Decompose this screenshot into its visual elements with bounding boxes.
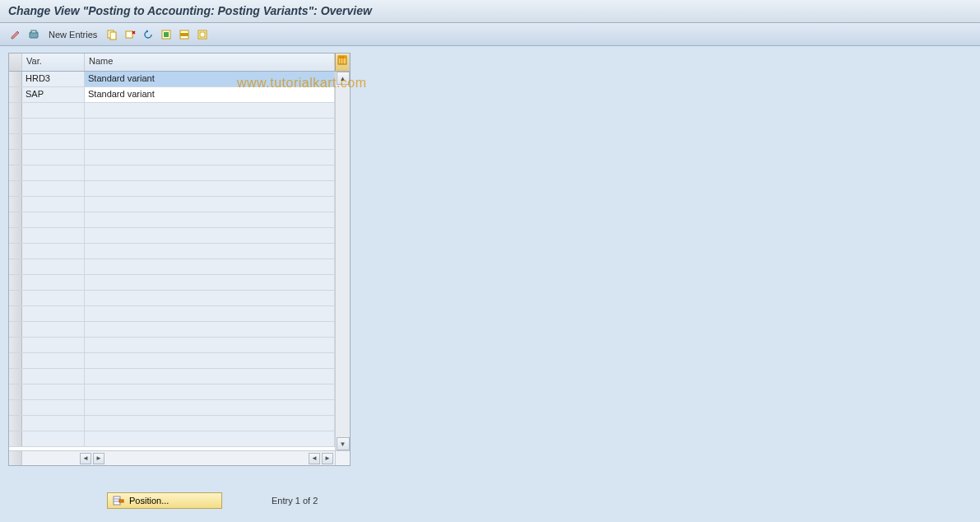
table-row[interactable]: SAPStandard variant xyxy=(9,87,335,103)
cell-var xyxy=(22,353,85,368)
row-selector[interactable] xyxy=(9,369,22,384)
cell-var xyxy=(22,369,85,384)
toolbar: New Entries xyxy=(0,23,980,46)
row-selector[interactable] xyxy=(9,150,22,165)
row-selector[interactable] xyxy=(9,181,22,196)
copy-as-icon[interactable] xyxy=(105,27,119,42)
cell-var[interactable]: SAP xyxy=(22,87,85,102)
table-row xyxy=(9,322,335,338)
position-button[interactable]: Position... xyxy=(107,492,222,509)
cell-name xyxy=(85,400,335,415)
cell-var xyxy=(22,197,85,212)
svg-rect-4 xyxy=(126,31,132,38)
cell-name xyxy=(85,228,335,243)
cell-var xyxy=(22,385,85,399)
row-selector[interactable] xyxy=(9,291,22,305)
cell-var xyxy=(22,322,85,337)
content-area: www.tutorialkart.com Var. Name HRD3Stand… xyxy=(0,46,980,522)
cell-name xyxy=(85,353,335,368)
table-row xyxy=(9,416,335,431)
delete-icon[interactable] xyxy=(123,27,137,42)
title-bar: Change View "Posting to Accounting: Post… xyxy=(0,0,980,23)
cell-var xyxy=(22,338,85,352)
table-row xyxy=(9,259,335,275)
table-row xyxy=(9,197,335,212)
row-selector[interactable] xyxy=(9,72,22,86)
other-entry-icon[interactable] xyxy=(26,27,41,42)
row-selector[interactable] xyxy=(9,244,22,259)
row-selector[interactable] xyxy=(9,228,22,243)
cell-var xyxy=(22,103,85,118)
svg-rect-3 xyxy=(110,32,116,40)
cell-name xyxy=(85,306,335,321)
table-config-icon[interactable] xyxy=(335,54,350,71)
cell-var xyxy=(22,150,85,165)
row-selector[interactable] xyxy=(9,275,22,290)
table-row xyxy=(9,103,335,119)
cell-name xyxy=(85,134,335,149)
row-selector[interactable] xyxy=(9,119,22,133)
scroll-left-end-icon[interactable]: ◄ xyxy=(309,453,320,464)
table-row xyxy=(9,244,335,259)
table-row xyxy=(9,369,335,385)
cell-name[interactable]: Standard variant xyxy=(85,72,335,86)
cell-var xyxy=(22,244,85,259)
new-entries-button[interactable]: New Entries xyxy=(44,27,101,42)
row-selector[interactable] xyxy=(9,212,22,227)
cell-name xyxy=(85,338,335,352)
cell-var[interactable]: HRD3 xyxy=(22,72,85,86)
header-name[interactable]: Name xyxy=(85,54,335,71)
deselect-all-icon[interactable] xyxy=(195,27,210,42)
row-selector[interactable] xyxy=(9,400,22,415)
select-block-icon[interactable] xyxy=(177,27,192,42)
scroll-down-icon[interactable]: ▼ xyxy=(337,437,350,450)
cell-name xyxy=(85,259,335,274)
row-selector[interactable] xyxy=(9,416,22,431)
table-row xyxy=(9,181,335,197)
table-row xyxy=(9,275,335,291)
vertical-scrollbar[interactable]: ▲ ▼ xyxy=(335,72,350,450)
row-selector[interactable] xyxy=(9,338,22,352)
cell-name xyxy=(85,431,335,446)
cell-var xyxy=(22,275,85,290)
cell-name xyxy=(85,275,335,290)
row-selector[interactable] xyxy=(9,165,22,180)
table-body: HRD3Standard variantSAPStandard variant … xyxy=(9,72,350,450)
row-selector[interactable] xyxy=(9,259,22,274)
row-selector[interactable] xyxy=(9,353,22,368)
table-row xyxy=(9,134,335,150)
row-selector[interactable] xyxy=(9,431,22,446)
toggle-display-change-icon[interactable] xyxy=(8,27,23,42)
scroll-right-icon[interactable]: ► xyxy=(93,453,105,464)
cell-name[interactable]: Standard variant xyxy=(85,87,335,102)
row-selector[interactable] xyxy=(9,103,22,118)
cell-name xyxy=(85,244,335,259)
header-var[interactable]: Var. xyxy=(22,54,85,71)
table-row xyxy=(9,338,335,353)
row-selector[interactable] xyxy=(9,306,22,321)
row-selector[interactable] xyxy=(9,197,22,212)
undo-icon[interactable] xyxy=(141,27,156,42)
cell-name xyxy=(85,197,335,212)
cell-name xyxy=(85,416,335,431)
header-select-column[interactable] xyxy=(9,54,22,71)
cell-var xyxy=(22,431,85,446)
table-row[interactable]: HRD3Standard variant xyxy=(9,72,335,87)
cell-var xyxy=(22,291,85,305)
scroll-up-icon[interactable]: ▲ xyxy=(337,72,350,85)
select-all-icon[interactable] xyxy=(159,27,174,42)
row-selector[interactable] xyxy=(9,134,22,149)
table-row xyxy=(9,228,335,244)
cell-var xyxy=(22,165,85,180)
row-selector[interactable] xyxy=(9,385,22,399)
cell-var xyxy=(22,259,85,274)
position-label: Position... xyxy=(129,496,169,506)
scroll-right-end-icon[interactable]: ► xyxy=(322,453,333,464)
row-selector[interactable] xyxy=(9,322,22,337)
row-selector[interactable] xyxy=(9,87,22,102)
table-row xyxy=(9,165,335,181)
table-row xyxy=(9,431,335,447)
scroll-left-icon[interactable]: ◄ xyxy=(80,453,91,464)
page-title: Change View "Posting to Accounting: Post… xyxy=(8,4,972,17)
cell-name xyxy=(85,291,335,305)
